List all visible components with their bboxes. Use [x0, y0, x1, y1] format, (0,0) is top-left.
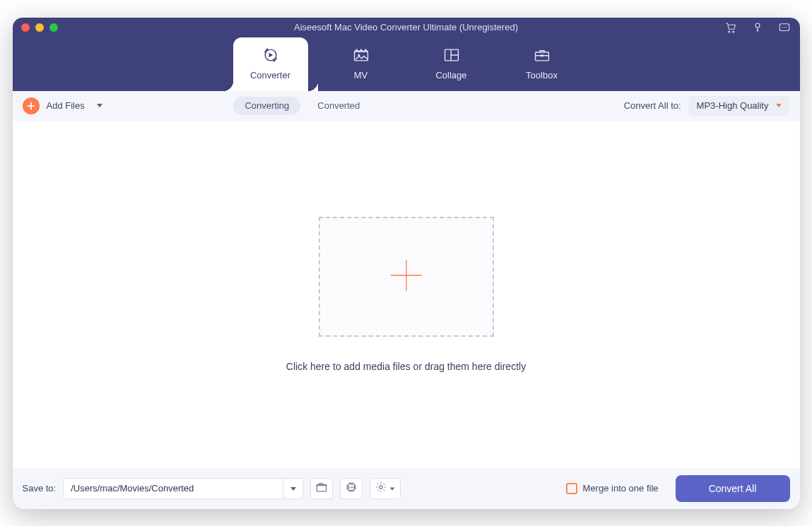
- tab-converter[interactable]: Converter: [233, 37, 308, 91]
- hardware-accel-button[interactable]: OFF: [340, 478, 363, 499]
- open-folder-button[interactable]: [310, 478, 333, 499]
- output-format-select[interactable]: MP3-High Quality: [688, 96, 790, 116]
- maximize-window-button[interactable]: [49, 23, 58, 32]
- converting-tab[interactable]: Converting: [233, 97, 300, 115]
- content-area: Add Files Converting Converted Convert A…: [13, 91, 800, 509]
- convert-target-group: Convert All to: MP3-High Quality: [624, 96, 790, 116]
- svg-marker-42: [390, 487, 394, 490]
- conversion-status-toggle: Converting Converted: [233, 97, 370, 115]
- add-files-button[interactable]: Add Files: [23, 97, 103, 114]
- svg-point-2: [755, 23, 760, 28]
- key-icon[interactable]: [751, 20, 765, 35]
- feedback-icon[interactable]: [777, 20, 792, 35]
- folder-icon: [315, 481, 328, 496]
- settings-dropdown-icon: [387, 483, 395, 494]
- svg-text:OFF: OFF: [348, 486, 354, 489]
- app-window: Aiseesoft Mac Video Converter Ultimate (…: [13, 18, 800, 509]
- svg-point-5: [784, 27, 784, 28]
- tab-label: Collage: [435, 70, 466, 80]
- svg-point-4: [782, 27, 782, 28]
- tab-mv[interactable]: MV: [324, 37, 399, 91]
- save-path-dropdown[interactable]: [283, 478, 302, 499]
- svg-marker-8: [269, 53, 273, 57]
- chip-icon: OFF: [345, 481, 358, 496]
- svg-marker-21: [97, 104, 102, 107]
- main-nav: Converter MV Collage: [13, 37, 800, 91]
- plus-large-icon: [388, 257, 425, 297]
- add-media-dropzone[interactable]: [319, 217, 494, 337]
- svg-marker-25: [290, 487, 296, 491]
- svg-marker-9: [265, 48, 268, 50]
- minimize-window-button[interactable]: [35, 23, 44, 32]
- add-files-label: Add Files: [47, 100, 85, 111]
- drop-hint-text: Click here to add media files or drag th…: [286, 361, 526, 372]
- svg-point-0: [728, 30, 729, 32]
- titlebar: Aiseesoft Mac Video Converter Ultimate (…: [13, 18, 800, 37]
- bottom-bar: Save to: /Users/mac/Movies/Converted: [13, 468, 800, 509]
- tab-toolbox[interactable]: Toolbox: [505, 37, 579, 91]
- merge-label: Merge into one file: [583, 483, 659, 494]
- svg-point-6: [786, 27, 787, 28]
- checkbox-icon: [566, 483, 577, 494]
- plus-icon: [23, 97, 40, 114]
- svg-rect-18: [541, 54, 543, 56]
- svg-marker-10: [273, 60, 276, 62]
- window-controls: [21, 23, 58, 32]
- mv-icon: [352, 47, 370, 66]
- close-window-button[interactable]: [21, 23, 30, 32]
- convert-all-button[interactable]: Convert All: [676, 475, 790, 502]
- converted-tab[interactable]: Converted: [307, 100, 370, 111]
- titlebar-actions: [724, 20, 792, 35]
- converter-icon: [261, 47, 280, 66]
- save-path-value: /Users/mac/Movies/Converted: [71, 483, 194, 494]
- save-to-label: Save to:: [23, 483, 57, 494]
- tab-label: Converter: [250, 70, 290, 80]
- tab-label: Toolbox: [526, 70, 558, 80]
- convert-all-to-label: Convert All to:: [624, 100, 681, 111]
- tab-collage[interactable]: Collage: [414, 37, 489, 91]
- sub-toolbar: Add Files Converting Converted Convert A…: [13, 91, 800, 121]
- collage-icon: [442, 47, 461, 66]
- save-path-field[interactable]: /Users/mac/Movies/Converted: [63, 478, 303, 499]
- svg-marker-22: [776, 104, 782, 107]
- window-title: Aiseesoft Mac Video Converter Ultimate (…: [13, 22, 800, 32]
- toolbox-icon: [533, 47, 551, 66]
- svg-point-41: [379, 486, 382, 489]
- merge-checkbox[interactable]: Merge into one file: [566, 483, 659, 494]
- gear-icon: [375, 481, 387, 496]
- drop-area: Click here to add media files or drag th…: [13, 121, 800, 468]
- cart-icon[interactable]: [724, 20, 738, 35]
- tab-label: MV: [354, 70, 368, 80]
- add-files-dropdown[interactable]: [96, 100, 103, 111]
- chevron-down-icon: [775, 100, 782, 111]
- svg-point-1: [732, 30, 734, 32]
- settings-button[interactable]: [370, 478, 401, 499]
- output-format-value: MP3-High Quality: [697, 100, 769, 111]
